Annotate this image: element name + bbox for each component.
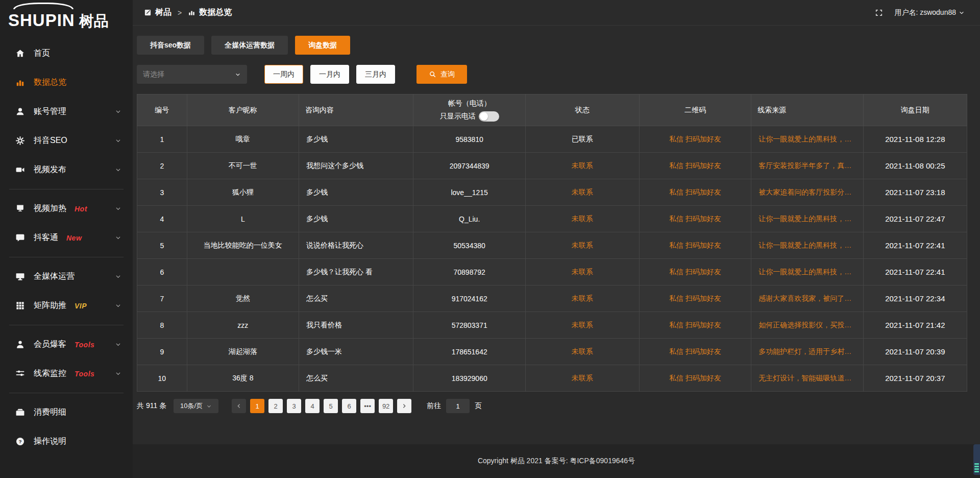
logo-arc-icon <box>13 3 74 9</box>
main-column: 树品 > 数据总览 用户名: zswodun88 抖音seo数据 全媒体运营数据… <box>133 0 980 478</box>
phone-only-toggle[interactable] <box>479 111 499 122</box>
cell-content: 我只看价格 <box>299 312 413 339</box>
fullscreen-icon[interactable] <box>875 9 883 17</box>
cell-nickname: 觉然 <box>187 285 299 312</box>
cell-source[interactable]: 感谢大家喜欢我家，被问了好... <box>751 285 864 312</box>
cell-account: 572803371 <box>413 312 526 339</box>
goto-label: 前往 <box>427 401 441 411</box>
cell-source[interactable]: 让你一眼就爱上的黑科技，能... <box>751 206 864 232</box>
cell-source[interactable]: 多功能护栏灯，适用于乡村文... <box>751 339 864 365</box>
sidebar-item-account-management[interactable]: 账号管理 <box>0 97 133 126</box>
floating-widget[interactable] <box>973 444 980 475</box>
sidebar-item-label: 全媒体运营 <box>34 271 75 282</box>
goto-page-input[interactable] <box>446 399 470 413</box>
goto-unit-label: 页 <box>475 401 482 411</box>
sidebar-item-operation-guide[interactable]: ?操作说明 <box>0 427 133 456</box>
logo-text-cn: 树品 <box>79 13 109 29</box>
sidebar-item-omnimedia-operation[interactable]: 全媒体运营 <box>0 262 133 291</box>
inquiry-table: 编号 客户昵称 咨询内容 帐号（电话） 只显示电话 状态 二维码 线索来源 <box>137 94 967 392</box>
cell-source[interactable]: 无主灯设计，智能磁吸轨道灯... <box>751 365 864 392</box>
cell-no: 9 <box>137 339 187 365</box>
cell-account: 9583810 <box>413 126 526 153</box>
user-menu[interactable]: 用户名: zswodun88 <box>894 8 965 17</box>
page-button-1[interactable]: 1 <box>250 399 264 413</box>
tab-douyin-seo-data[interactable]: 抖音seo数据 <box>137 36 204 55</box>
cell-status: 已联系 <box>525 126 639 153</box>
cell-nickname: 湖起湖落 <box>187 339 299 365</box>
sidebar-divider <box>9 189 124 189</box>
per-page-select[interactable]: 10条/页 <box>174 399 218 413</box>
pagination: 共 911 条 10条/页 123456•••92 前往 页 <box>137 399 967 413</box>
cell-qrcode[interactable]: 私信 扫码加好友 <box>639 339 751 365</box>
cell-status: 未联系 <box>525 339 639 365</box>
breadcrumb-item-home[interactable]: 树品 <box>155 7 172 18</box>
logo-text-en: SHUPIN <box>8 12 75 29</box>
cell-source[interactable]: 如何正确选择投影仪，买投影... <box>751 312 864 339</box>
tab-inquiry-data[interactable]: 询盘数据 <box>295 36 350 55</box>
column-header-qrcode: 二维码 <box>639 94 751 126</box>
cell-source[interactable]: 客厅安装投影半年多了，真实... <box>751 153 864 179</box>
sidebar-item-label: 线索监控 <box>34 368 66 379</box>
cell-qrcode[interactable]: 私信 扫码加好友 <box>639 153 751 179</box>
grid-icon <box>15 301 25 310</box>
sidebar-item-video-heating[interactable]: 视频加热Hot <box>0 194 133 223</box>
table-row: 5当地比较能吃的一位美女说说价格让我死心50534380未联系私信 扫码加好友让… <box>137 232 967 259</box>
sidebar-item-home[interactable]: 首页 <box>0 39 133 68</box>
prev-page-button[interactable] <box>232 399 246 413</box>
page-button-3[interactable]: 3 <box>287 399 301 413</box>
filter-select[interactable]: 请选择 <box>137 65 247 84</box>
page-button-5[interactable]: 5 <box>324 399 338 413</box>
next-page-button[interactable] <box>397 399 411 413</box>
cell-qrcode[interactable]: 私信 扫码加好友 <box>639 206 751 232</box>
cell-nickname <box>187 259 299 285</box>
page-button-6[interactable]: 6 <box>342 399 356 413</box>
cell-nickname: 不可一世 <box>187 153 299 179</box>
cell-status: 未联系 <box>525 259 639 285</box>
sidebar-item-consumption-detail[interactable]: 消费明细 <box>0 398 133 427</box>
cell-no: 10 <box>137 365 187 392</box>
sidebar-item-label: 抖客通 <box>34 232 58 243</box>
sidebar-item-label: 矩阵助推 <box>34 300 66 311</box>
table-row: 7觉然怎么买917024162未联系私信 扫码加好友感谢大家喜欢我家，被问了好.… <box>137 285 967 312</box>
cell-qrcode[interactable]: 私信 扫码加好友 <box>639 365 751 392</box>
sidebar-item-lead-monitoring[interactable]: 线索监控Tools <box>0 359 133 388</box>
column-header-content: 咨询内容 <box>299 94 413 126</box>
cell-source[interactable]: 让你一眼就爱上的黑科技，能... <box>751 259 864 285</box>
sidebar-item-douketong[interactable]: 抖客通New <box>0 223 133 252</box>
cell-qrcode[interactable]: 私信 扫码加好友 <box>639 179 751 206</box>
column-header-status: 状态 <box>525 94 639 126</box>
sidebar-item-data-overview[interactable]: 数据总览 <box>0 68 133 97</box>
range-one-week-button[interactable]: 一周内 <box>264 65 303 84</box>
range-three-months-button[interactable]: 三月内 <box>356 65 395 84</box>
sidebar-item-badge: Hot <box>75 205 87 213</box>
query-button[interactable]: 查询 <box>416 65 467 84</box>
page-button-92[interactable]: 92 <box>379 399 393 413</box>
cell-qrcode[interactable]: 私信 扫码加好友 <box>639 312 751 339</box>
brand-logo[interactable]: SHUPIN 树品 <box>0 0 133 33</box>
cell-source[interactable]: 让你一眼就爱上的黑科技，能... <box>751 232 864 259</box>
cell-qrcode[interactable]: 私信 扫码加好友 <box>639 285 751 312</box>
cell-qrcode[interactable]: 私信 扫码加好友 <box>639 259 751 285</box>
table-row: 1036度 8怎么买183929060未联系私信 扫码加好友无主灯设计，智能磁吸… <box>137 365 967 392</box>
sidebar-item-member-baoke[interactable]: 会员爆客Tools <box>0 330 133 359</box>
cell-status: 未联系 <box>525 179 639 206</box>
date-range-group: 一周内 一月内 三月内 <box>264 65 395 84</box>
page-ellipsis-button[interactable]: ••• <box>360 399 375 413</box>
cell-date: 2021-11-08 12:28 <box>863 126 967 153</box>
gear-icon <box>15 136 25 146</box>
cell-qrcode[interactable]: 私信 扫码加好友 <box>639 126 751 153</box>
page-button-4[interactable]: 4 <box>305 399 320 413</box>
cell-source[interactable]: 被大家追着问的客厅投影分享... <box>751 179 864 206</box>
sidebar-item-video-publish[interactable]: 视频发布 <box>0 155 133 184</box>
sidebar-item-matrix-boost[interactable]: 矩阵助推VIP <box>0 291 133 320</box>
cell-qrcode[interactable]: 私信 扫码加好友 <box>639 232 751 259</box>
sidebar-item-douyin-seo[interactable]: 抖音SEO <box>0 126 133 155</box>
range-one-month-button[interactable]: 一月内 <box>310 65 349 84</box>
page-button-2[interactable]: 2 <box>268 399 283 413</box>
toggle-knob <box>480 112 488 121</box>
tab-omnimedia-data[interactable]: 全媒体运营数据 <box>211 36 288 55</box>
topbar-right: 用户名: zswodun88 <box>875 8 965 17</box>
sidebar-item-label: 操作说明 <box>34 436 66 447</box>
cell-source[interactable]: 让你一眼就爱上的黑科技，能... <box>751 126 864 153</box>
widget-stripe <box>974 471 979 472</box>
